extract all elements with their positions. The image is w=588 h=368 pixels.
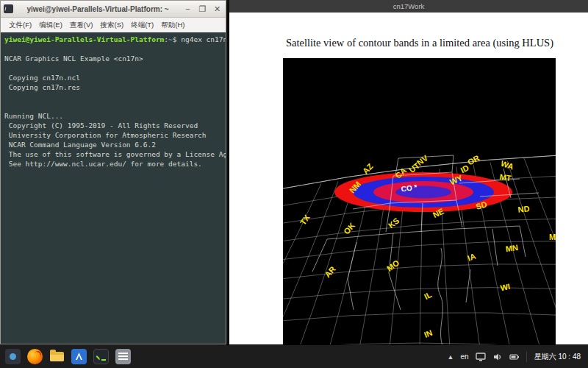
state-label-IL: IL: [423, 290, 433, 301]
text-editor-icon[interactable]: [115, 349, 131, 364]
state-label-IA: IA: [466, 252, 476, 263]
prompt-command: $ ng4ex cn17n: [173, 35, 226, 43]
terminal-menu-item[interactable]: 终端(T): [127, 19, 157, 32]
terminal-output: NCAR Graphics NCL Example <cn17n> Copyin…: [4, 44, 224, 169]
chevron-up-icon[interactable]: ▲: [448, 353, 454, 361]
close-button[interactable]: ✕: [210, 3, 224, 15]
terminal-menu-item[interactable]: 文件(F): [5, 19, 35, 32]
language-indicator[interactable]: en: [461, 353, 469, 361]
volume-icon[interactable]: [492, 352, 503, 362]
firefox-icon[interactable]: [27, 349, 43, 364]
state-label-MT: MT: [499, 172, 512, 183]
terminal-output-line: Running NCL...: [4, 111, 224, 121]
taskbar-launchers: [0, 349, 131, 364]
graphics-window: cn17Work Satellite view of contour bands…: [229, 0, 588, 344]
app-menu-icon[interactable]: [5, 349, 21, 364]
state-label-AR: AR: [323, 264, 337, 279]
taskbar: ▲ en 星期六 10 : 48: [0, 344, 588, 368]
terminal-output-line: [4, 44, 224, 54]
terminal-menubar: 文件(F)编辑(E)查看(V)搜索(S)终端(T)帮助(H): [1, 18, 226, 33]
battery-icon[interactable]: [509, 352, 520, 362]
prompt-user-host: yiwei@yiwei-Parallels-Virtual-Platform: [4, 35, 164, 43]
terminal-output-line: [4, 63, 224, 73]
terminal-window: yiwei@yiwei-Parallels-Virtual-Platform: …: [0, 0, 226, 344]
terminal-menu-item[interactable]: 编辑(E): [35, 19, 66, 32]
terminal-prompt-line: yiwei@yiwei-Parallels-Virtual-Platform:~…: [4, 35, 224, 44]
plot-title: Satellite view of contour bands in a lim…: [273, 37, 566, 49]
terminal-output-line: University Corporation for Atmospheric R…: [4, 130, 224, 140]
terminal-output-line: The use of this software is governed by …: [4, 149, 224, 159]
state-label-MO: MO: [385, 258, 401, 272]
terminal-menu-item[interactable]: 帮助(H): [157, 19, 188, 32]
terminal-launcher-icon[interactable]: [93, 349, 109, 364]
display-icon[interactable]: [476, 352, 486, 362]
graphics-content: Satellite view of contour bands in a lim…: [229, 13, 588, 344]
state-label-OR: OR: [466, 153, 481, 166]
state-label-ND: ND: [517, 204, 530, 214]
graphics-titlebar[interactable]: cn17Work: [229, 0, 588, 13]
software-center-icon[interactable]: [71, 349, 87, 364]
clock: 星期六 10 : 48: [526, 352, 581, 362]
system-tray: ▲ en 星期六 10 : 48: [448, 352, 588, 362]
state-label-IN: IN: [423, 328, 434, 339]
state-label-WA: WA: [500, 159, 515, 171]
terminal-menu-item[interactable]: 查看(V): [66, 19, 97, 32]
terminal-output-line: Copying cn17n.ncl: [4, 73, 224, 82]
state-label-OK: OK: [342, 221, 356, 236]
terminal-output-line: NCAR Graphics NCL Example <cn17n>: [4, 54, 224, 63]
terminal-output-line: NCAR Command Language Version 6.6.2: [4, 140, 224, 149]
terminal-output-line: See http://www.ncl.ucar.edu/ for more de…: [4, 159, 224, 169]
terminal-titlebar[interactable]: yiwei@yiwei-Parallels-Virtual-Platform: …: [1, 1, 226, 18]
terminal-output-line: Copying cn17n.res: [4, 82, 224, 92]
maximize-button[interactable]: ❐: [196, 3, 209, 15]
state-label-TX: TX: [298, 213, 312, 227]
files-folder-icon[interactable]: [49, 349, 65, 364]
folder-front: [50, 355, 64, 361]
state-label-MI: MI: [549, 233, 556, 241]
minimize-button[interactable]: −: [181, 3, 195, 15]
terminal-window-title: yiwei@yiwei-Parallels-Virtual-Platform: …: [17, 5, 179, 13]
state-label-MN: MN: [505, 243, 519, 253]
terminal-output-line: [4, 102, 224, 111]
terminal-screen[interactable]: yiwei@yiwei-Parallels-Virtual-Platform:~…: [1, 32, 226, 344]
terminal-app-icon: [4, 4, 13, 13]
graphics-window-title: cn17Work: [393, 2, 425, 10]
satellite-map-plot: TXOKKSNESDNDARMOIAMNILWIINMINMAZCAUTNVWY…: [283, 58, 556, 348]
terminal-menu-item[interactable]: 搜索(S): [96, 19, 127, 32]
state-label-WI: WI: [500, 282, 511, 292]
terminal-output-line: Copyright (C) 1995-2019 - All Rights Res…: [4, 121, 224, 130]
satellite-map: TXOKKSNESDNDARMOIAMNILWIINMINMAZCAUTNVWY…: [283, 58, 556, 348]
terminal-output-line: [4, 92, 224, 102]
